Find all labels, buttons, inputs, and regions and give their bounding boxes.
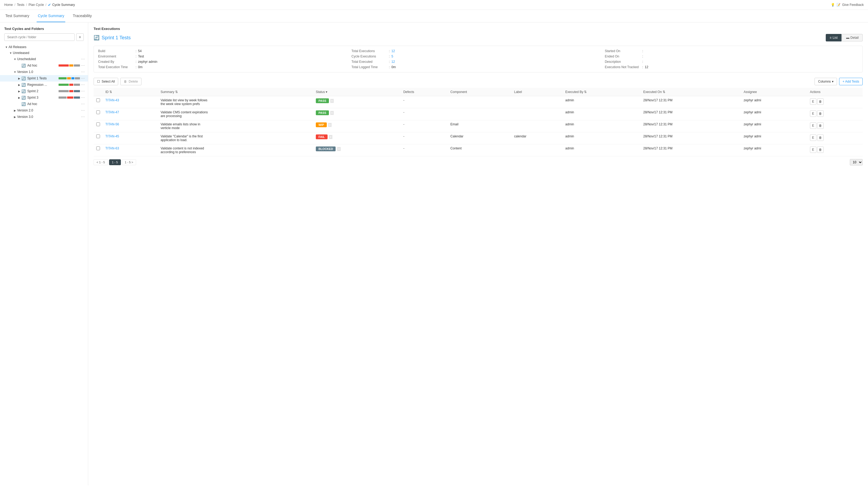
issue-link[interactable]: TITAN-47 [105, 110, 119, 114]
col-id[interactable]: ID ⇅ [103, 88, 158, 96]
breadcrumb: Home / Tests / Plan Cycle / ✔ Cycle Summ… [0, 0, 868, 10]
tab-traceability[interactable]: Traceability [72, 10, 93, 22]
page-size-select[interactable]: 10 25 50 [850, 159, 863, 165]
select-all-button[interactable]: ☐ Select All [94, 78, 118, 85]
tree-label-unscheduled: Unscheduled [17, 57, 80, 61]
row-id: TITAN-56 [103, 120, 158, 132]
more-options-icon[interactable]: ⋯ [80, 76, 86, 80]
row-assignee: zephyr admi [741, 108, 807, 120]
breadcrumb-plan-cycle[interactable]: Plan Cycle [29, 3, 44, 7]
issue-link[interactable]: TITAN-56 [105, 122, 119, 126]
edit-button[interactable]: E [810, 110, 816, 117]
issue-link[interactable]: TITAN-45 [105, 134, 119, 138]
col-label: Label [511, 88, 563, 96]
row-label [511, 120, 563, 132]
progress-bar [59, 97, 80, 99]
status-dropdown[interactable]: ▾ [328, 123, 332, 127]
edit-button[interactable]: E [810, 98, 816, 105]
col-executed-by[interactable]: Executed By ⇅ [563, 88, 641, 96]
row-checkbox[interactable] [96, 98, 100, 102]
edit-button[interactable]: E [810, 122, 816, 129]
row-checkbox[interactable] [96, 134, 100, 138]
status-dropdown[interactable]: ▾ [337, 147, 341, 151]
row-actions: E 🗑 [807, 144, 863, 156]
delete-row-button[interactable]: 🗑 [817, 147, 824, 153]
meta-cycle-executions: Cycle Executions : 5 [351, 55, 604, 58]
tree-regression[interactable]: ▶ 🔄 Regression ... ⋯ [0, 82, 88, 88]
edit-button[interactable]: E [810, 134, 816, 141]
delete-row-button[interactable]: 🗑 [817, 110, 824, 117]
issue-link[interactable]: TITAN-63 [105, 147, 119, 150]
tree-unscheduled[interactable]: ▼ Unscheduled ⋯ [0, 56, 88, 62]
breadcrumb-tests[interactable]: Tests [17, 3, 24, 7]
tree-label-regression: Regression ... [27, 83, 59, 87]
row-id: TITAN-47 [103, 108, 158, 120]
delete-button[interactable]: 🗑 Delete [120, 78, 142, 85]
more-options-icon[interactable]: ⋯ [80, 108, 86, 112]
row-component [447, 96, 511, 108]
tab-cycle-summary[interactable]: Cycle Summary [37, 10, 65, 22]
status-dropdown[interactable]: ▾ [330, 111, 334, 115]
breadcrumb-home[interactable]: Home [4, 3, 13, 7]
delete-row-button[interactable]: 🗑 [817, 98, 824, 105]
tree-adhoc-2[interactable]: 🔄 Ad hoc ⋯ [0, 101, 88, 107]
tree-version-2[interactable]: ▶ Version 2.0 ⋯ [0, 107, 88, 113]
row-checkbox[interactable] [96, 110, 100, 114]
detail-view-button[interactable]: ▬ Detail [842, 34, 863, 41]
row-checkbox[interactable] [96, 122, 100, 126]
tree-sprint1[interactable]: ▶ 🔄 Sprint 1 Tests ⋯ [0, 75, 88, 82]
tree-sprint3[interactable]: ▶ 🔄 Sprint 3 ⋯ [0, 94, 88, 101]
tab-test-summary[interactable]: Test Summary [4, 10, 30, 22]
cycle-header: 🔄 Sprint 1 Tests ≡ List ▬ Detail [94, 34, 863, 41]
issue-link[interactable]: TITAN-43 [105, 98, 119, 102]
tree-sprint2[interactable]: ▶ 🔄 Sprint 2 ⋯ [0, 88, 88, 94]
cycle-icon: 🔄 [21, 76, 26, 80]
more-options-icon[interactable]: ⋯ [80, 115, 86, 119]
row-checkbox-cell [94, 108, 103, 120]
page-size-selector: 10 25 50 [850, 159, 863, 165]
col-actions: Actions [807, 88, 863, 96]
search-input[interactable] [4, 33, 74, 41]
columns-button[interactable]: Columns ▾ [814, 78, 837, 85]
list-view-button[interactable]: ≡ List [826, 34, 842, 41]
more-options-icon[interactable]: ⋯ [80, 63, 86, 68]
more-options-icon[interactable]: ⋯ [80, 102, 86, 106]
row-assignee: zephyr admi [741, 120, 807, 132]
status-dropdown[interactable]: ▾ [329, 135, 332, 139]
more-options-icon[interactable]: ⋯ [80, 57, 86, 61]
list-icon: ≡ [830, 36, 832, 39]
pagination-prev[interactable]: < 1 - 5 [94, 159, 108, 165]
tree-adhoc-1[interactable]: 🔄 Ad hoc ⋯ [0, 62, 88, 69]
row-actions: E 🗑 [807, 108, 863, 120]
give-feedback-button[interactable]: 💡 📝 Give Feedback [831, 3, 864, 7]
pagination-next[interactable]: 1 - 5 > [122, 159, 136, 165]
row-checkbox[interactable] [96, 147, 100, 150]
expand-icon: ▼ [13, 71, 17, 73]
add-cycle-button[interactable]: + [76, 33, 84, 41]
table-row: TITAN-47 Validate CMS content expiration… [94, 108, 863, 120]
more-options-icon[interactable]: ⋯ [80, 70, 86, 74]
col-executed-on[interactable]: Executed On ⇅ [641, 88, 741, 96]
more-options-icon[interactable]: ⋯ [80, 95, 86, 100]
edit-button[interactable]: E [810, 147, 816, 153]
delete-row-button[interactable]: 🗑 [817, 122, 824, 129]
tree-unreleased[interactable]: ▼ Unreleased [0, 50, 88, 56]
pagination-current[interactable]: 1 - 5 [109, 159, 121, 165]
tree-version-3[interactable]: ▶ Version 3.0 ⋯ [0, 113, 88, 120]
row-checkbox-cell [94, 120, 103, 132]
row-defects: - [401, 144, 447, 156]
col-summary[interactable]: Summary ⇅ [158, 88, 313, 96]
tree-version-1[interactable]: ▼ Version 1.0 ⋯ [0, 69, 88, 75]
content-area: Test Executions 🔄 Sprint 1 Tests ≡ List … [88, 23, 868, 485]
row-summary: Validate content is not indexed accordin… [158, 144, 313, 156]
tree-all-releases[interactable]: ▼ All Releases [0, 44, 88, 50]
progress-bar [59, 64, 80, 67]
more-options-icon[interactable]: ⋯ [80, 89, 86, 93]
meta-total-logged-time: Total Logged Time : 0m [351, 65, 604, 69]
more-options-icon[interactable]: ⋯ [80, 83, 86, 87]
add-tests-button[interactable]: + Add Tests [839, 78, 863, 85]
status-dropdown[interactable]: ▾ [330, 99, 334, 103]
col-status[interactable]: Status ▾ [313, 88, 401, 96]
expand-icon: ▶ [13, 116, 17, 119]
delete-row-button[interactable]: 🗑 [817, 134, 824, 141]
